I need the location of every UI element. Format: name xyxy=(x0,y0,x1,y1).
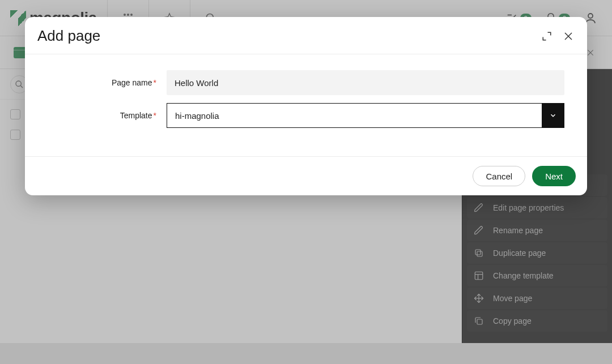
dialog-header: Add page xyxy=(25,17,587,54)
page-name-label: Page name* xyxy=(48,78,167,87)
template-value[interactable]: hi-magnolia xyxy=(167,103,542,128)
field-row-template: Template* hi-magnolia xyxy=(48,103,564,128)
dialog-body: Page name* Template* hi-magnolia xyxy=(25,54,587,156)
dialog-title: Add page xyxy=(37,27,100,45)
add-page-dialog: Add page Page name* Template* hi-magnoli… xyxy=(25,17,587,195)
template-label: Template* xyxy=(48,111,167,120)
page-name-input[interactable] xyxy=(167,70,564,95)
label-text: Template xyxy=(120,111,152,120)
required-marker: * xyxy=(154,111,156,120)
close-icon[interactable] xyxy=(562,30,575,42)
field-row-page-name: Page name* xyxy=(48,70,564,95)
required-marker: * xyxy=(154,78,156,87)
template-select[interactable]: hi-magnolia xyxy=(167,103,564,128)
chevron-down-icon[interactable] xyxy=(542,103,564,128)
next-button[interactable]: Next xyxy=(532,166,576,186)
dialog-footer: Cancel Next xyxy=(25,156,587,195)
expand-icon[interactable] xyxy=(541,30,553,42)
cancel-button[interactable]: Cancel xyxy=(473,166,525,186)
label-text: Page name xyxy=(112,78,152,87)
